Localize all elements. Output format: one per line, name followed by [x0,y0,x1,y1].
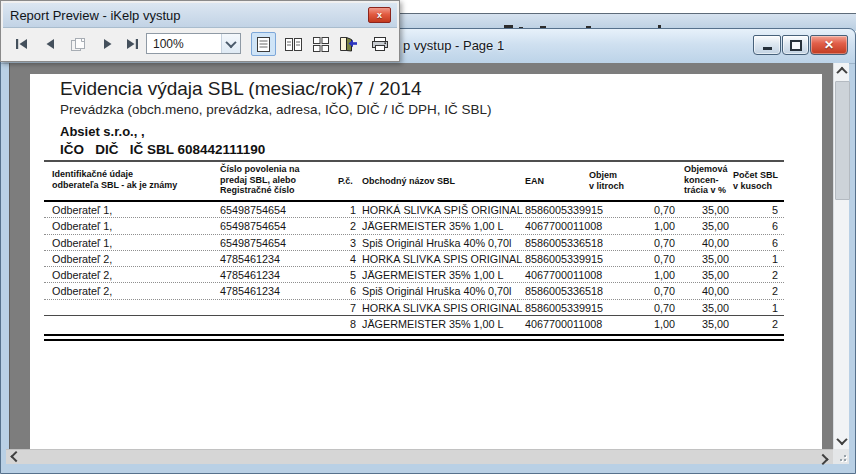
close-button[interactable]: ✕ [810,35,848,55]
report-preview-window: Report Preview - iKelp vystup x [0,0,400,62]
exit-door-icon [338,36,358,52]
first-page-icon [15,38,29,50]
preview-close-button[interactable]: x [368,7,391,23]
cell-row-number: 1 [324,204,356,216]
cell-customer: Odberateľ 1, [52,220,112,232]
cell-volume: 1,00 [604,220,675,232]
cell-concentration: 35,00 [673,269,729,281]
scroll-down-button[interactable] [834,433,850,449]
close-icon: ✕ [824,39,834,51]
resize-grip[interactable] [833,449,849,464]
close-preview-button[interactable] [336,32,360,56]
vertical-scrollbar[interactable] [833,63,849,449]
minimize-icon [763,47,772,50]
cell-ean: 8586005336518 [525,237,603,249]
cell-customer: Odberateľ 1, [52,204,112,216]
copy-page-button[interactable] [65,32,91,56]
zoom-combobox[interactable]: 100% [146,33,241,54]
cell-volume: 0,70 [604,253,675,265]
cell-permit-number: 65498754654 [220,237,286,249]
table-row: Odberateľ 1, 65498754654 3 Spiš Originál… [44,235,784,251]
cell-row-number: 8 [324,318,356,330]
first-page-button[interactable] [11,32,33,56]
cell-volume: 1,00 [604,269,675,281]
cell-permit-number: 4785461234 [220,253,280,265]
cell-ean: 8586005336518 [525,285,603,297]
table-row: Odberateľ 2, 4785461234 4 HORKA SLIVKA S… [44,251,784,267]
cell-row-number: 6 [324,285,356,297]
cell-row-number: 4 [324,253,356,265]
print-button[interactable] [367,32,393,56]
chevron-right-icon [817,453,828,464]
scroll-up-button[interactable] [834,63,850,79]
single-page-view-icon [256,36,271,53]
cell-permit-number: 65498754654 [220,204,286,216]
cell-count: 2 [724,269,778,281]
cell-count: 1 [724,302,778,314]
restore-icon [790,40,802,51]
cell-product-name: HORKÁ SLIVKA SPIŠ ORIGINAL [362,204,523,216]
single-page-view-button[interactable] [251,32,276,56]
report-table-header: Identifikačné údaje odberateľa SBL - ak … [44,160,784,202]
main-window: p vystup - Page 1 ✕ Evidencia výdaja SBL… [0,28,856,474]
cell-row-number: 3 [324,237,356,249]
preview-window-title: Report Preview - iKelp vystup [3,8,181,23]
vertical-scrollbar-thumb[interactable] [835,81,850,200]
cell-concentration: 35,00 [673,204,729,216]
report-company-line: Absiet s.r.o., , [60,124,145,139]
grip-dot [844,459,846,461]
cell-product-name: Spiš Originál Hruška 40% 0,70l [362,237,511,249]
preview-titlebar[interactable]: Report Preview - iKelp vystup x [3,3,397,28]
report-subtitle: Prevádzka (obch.meno, prevádzka, adresa,… [60,102,491,117]
cell-concentration: 35,00 [673,302,729,314]
cell-row-number: 2 [324,220,356,232]
header-concentration: Objemová koncen- trácia v % [684,164,728,196]
previous-page-button[interactable] [39,32,61,56]
header-customer: Identifikačné údaje odberateľa SBL - ak … [52,169,177,190]
cell-concentration: 40,00 [673,285,729,297]
next-page-icon [102,38,114,50]
cell-count: 2 [724,318,778,330]
header-ean: EAN [525,176,544,187]
preview-toolbar: 100% [3,28,397,60]
chevron-left-icon [10,450,21,461]
last-page-icon [125,38,139,50]
chevron-down-icon [836,434,847,445]
cell-count: 1 [724,253,778,265]
report-preview-viewport: Evidencia výdaja SBL (mesiac/rok)7 / 201… [9,63,833,449]
combobox-dropdown-button[interactable] [221,34,240,53]
grip-dot [840,459,842,461]
scroll-left-button[interactable] [8,450,24,465]
cell-volume: 0,70 [604,204,675,216]
cell-volume: 1,00 [604,318,675,330]
last-page-button[interactable] [121,32,143,56]
next-page-button[interactable] [97,32,119,56]
table-row: Odberateľ 2, 4785461234 6 Spiš Originál … [44,283,784,299]
restore-button[interactable] [782,35,809,55]
four-page-view-button[interactable] [308,32,333,56]
table-row: 7 HORKA SLIVKA SPIS ORIGINAL 85860053399… [44,300,784,316]
previous-page-icon [44,38,56,50]
minimize-button[interactable] [753,35,781,55]
cell-volume: 0,70 [604,285,675,297]
report-ids-line: IČO DIČ IČ SBL 608442111190 [60,142,265,157]
cell-concentration: 40,00 [673,237,729,249]
horizontal-scrollbar[interactable] [6,449,833,464]
cell-count: 6 [724,220,778,232]
table-row: Odberateľ 1, 65498754654 2 JÄGERMEISTER … [44,218,784,234]
zoom-value: 100% [147,37,221,51]
table-row: Odberateľ 1, 65498754654 1 HORKÁ SLIVKA … [44,202,784,218]
cell-customer: Odberateľ 2, [52,285,112,297]
scroll-right-button[interactable] [815,450,831,465]
cell-permit-number: 4785461234 [220,269,280,281]
cell-product-name: JÄGERMEISTER 35% 1,00 L [362,269,504,281]
cell-permit-number: 65498754654 [220,220,286,232]
cell-product-name: Spiš Originál Hruška 40% 0,70l [362,285,511,297]
two-page-view-button[interactable] [281,32,306,56]
main-window-title: p vystup - Page 1 [403,38,504,53]
two-page-view-icon [284,37,303,52]
table-row: 8 JÄGERMEISTER 35% 1,00 L 4067700011008 … [44,316,784,332]
table-row: Odberateľ 2, 4785461234 5 JÄGERMEISTER 3… [44,267,784,283]
cell-customer: Odberateľ 2, [52,269,112,281]
cell-count: 6 [724,237,778,249]
